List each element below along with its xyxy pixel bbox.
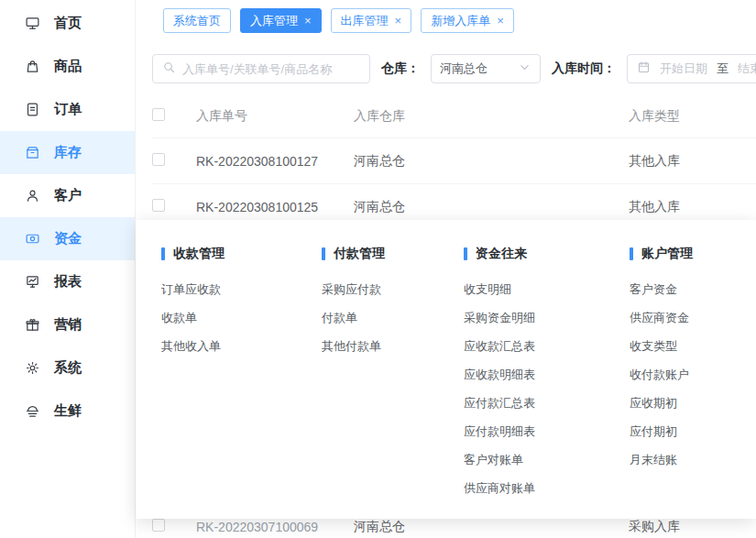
tab-system-home[interactable]: 系统首页 [163, 8, 231, 33]
tab-label: 入库管理 [250, 13, 298, 29]
app-window: 首页 商品 订单 库存 客户 资金 报表 营销 [0, 0, 756, 538]
section-marker-icon [630, 247, 633, 260]
sidebar-item-customers[interactable]: 客户 [0, 174, 135, 217]
menu-item[interactable]: 供应商资金 [630, 303, 756, 332]
menu-item[interactable]: 应付款汇总表 [464, 389, 630, 417]
menu-section-title: 收款管理 [161, 246, 322, 262]
order-no-cell: RK-20220308100125 [196, 200, 354, 214]
warehouse-cell: 河南总仓 [354, 153, 629, 170]
tab-outbound-management[interactable]: 出库管理 × [331, 8, 412, 33]
section-marker-icon [464, 247, 467, 260]
sidebar-item-label: 生鲜 [54, 402, 82, 420]
menu-item[interactable]: 收款单 [161, 303, 322, 332]
end-date-placeholder[interactable]: 结束日期 [738, 60, 756, 77]
menu-section-title: 账户管理 [630, 246, 756, 262]
warehouse-cell: 河南总仓 [354, 519, 629, 535]
menu-item[interactable]: 其他付款单 [322, 332, 464, 360]
sidebar-item-label: 首页 [54, 15, 82, 32]
sidebar: 首页 商品 订单 库存 客户 资金 报表 营销 [0, 0, 136, 538]
table-row[interactable]: RK-20220308100127 河南总仓 其他入库 [152, 138, 756, 184]
menu-item[interactable]: 应付款明细表 [464, 417, 630, 445]
calendar-icon [637, 60, 651, 77]
bag-icon [24, 59, 40, 75]
sidebar-item-label: 库存 [54, 144, 82, 161]
date-range-picker[interactable]: 开始日期 至 结束日期 [627, 54, 756, 83]
chart-icon [24, 274, 40, 291]
sidebar-item-home[interactable]: 首页 [0, 2, 135, 45]
inbound-time-label: 入库时间： [552, 60, 616, 77]
document-icon [24, 102, 40, 118]
menu-item[interactable]: 月末结账 [630, 445, 756, 474]
tab-label: 系统首页 [173, 13, 221, 29]
menu-section-title: 付款管理 [322, 246, 464, 262]
sidebar-item-inventory[interactable]: 库存 [0, 131, 135, 174]
start-date-placeholder[interactable]: 开始日期 [660, 60, 707, 77]
menu-item[interactable]: 付款单 [322, 303, 464, 332]
menu-item[interactable]: 采购应付款 [322, 275, 464, 303]
menu-item[interactable]: 供应商对账单 [464, 474, 630, 502]
sidebar-item-label: 营销 [54, 316, 82, 334]
search-input[interactable] [152, 54, 370, 83]
filter-bar: 仓库： 河南总仓 入库时间： 开始日期 至 结束日期 [136, 41, 756, 94]
warehouse-select-value: 河南总仓 [440, 60, 488, 77]
menu-item[interactable]: 应收款明细表 [464, 360, 630, 389]
tab-label: 新增入库单 [431, 13, 490, 29]
sidebar-item-marketing[interactable]: 营销 [0, 303, 135, 346]
sidebar-item-goods[interactable]: 商品 [0, 45, 135, 88]
main-content: 系统首页 入库管理 × 出库管理 × 新增入库单 × 仓库： 河南总 [136, 0, 756, 538]
sidebar-item-label: 资金 [54, 230, 82, 247]
sidebar-item-system[interactable]: 系统 [0, 346, 135, 390]
inbound-orders-table: 入库单号 入库仓库 入库类型 RK-20220308100127 河南总仓 其他… [152, 94, 756, 230]
tab-new-inbound-order[interactable]: 新增入库单 × [421, 8, 514, 33]
menu-item[interactable]: 收支类型 [630, 332, 756, 360]
row-checkbox[interactable] [152, 153, 165, 166]
person-icon [24, 188, 40, 204]
warehouse-label: 仓库： [381, 60, 420, 77]
menu-item[interactable]: 应付期初 [630, 417, 756, 445]
row-checkbox[interactable] [152, 199, 165, 212]
menu-column-payments: 付款管理 采购应付款 付款单 其他付款单 [322, 246, 464, 519]
select-all-checkbox[interactable] [152, 108, 165, 121]
tab-label: 出库管理 [341, 13, 389, 29]
sidebar-item-label: 商品 [54, 58, 82, 75]
menu-item[interactable]: 客户资金 [630, 275, 756, 303]
sidebar-item-orders[interactable]: 订单 [0, 88, 135, 131]
order-no-cell: RK-20220308100127 [196, 154, 354, 169]
column-header-warehouse: 入库仓库 [354, 108, 629, 125]
menu-item[interactable]: 应收款汇总表 [464, 332, 630, 360]
sidebar-item-label: 报表 [54, 273, 82, 291]
menu-column-account-management: 账户管理 客户资金 供应商资金 收支类型 收付款账户 应收期初 应付期初 月末结… [630, 246, 756, 519]
warehouse-cell: 河南总仓 [354, 199, 629, 215]
menu-item[interactable]: 采购资金明细 [464, 303, 630, 332]
home-icon [24, 16, 40, 32]
range-separator: 至 [717, 60, 729, 77]
menu-item[interactable]: 收支明细 [464, 275, 630, 303]
tab-bar: 系统首页 入库管理 × 出库管理 × 新增入库单 × [136, 0, 756, 41]
sidebar-item-reports[interactable]: 报表 [0, 260, 135, 303]
menu-item[interactable]: 客户对账单 [464, 445, 630, 474]
money-icon [24, 231, 40, 247]
sidebar-item-funds[interactable]: 资金 [0, 217, 135, 260]
menu-item[interactable]: 其他收入单 [161, 332, 322, 360]
section-marker-icon [161, 247, 165, 260]
menu-item[interactable]: 订单应收款 [161, 275, 322, 303]
type-cell: 其他入库 [629, 199, 756, 215]
warehouse-select[interactable]: 河南总仓 [431, 54, 541, 83]
menu-column-receipts: 收款管理 订单应收款 收款单 其他收入单 [161, 246, 322, 519]
menu-item[interactable]: 应收期初 [630, 389, 756, 417]
sidebar-item-fresh[interactable]: 生鲜 [0, 390, 135, 433]
gear-icon [24, 360, 40, 377]
type-cell: 采购入库 [629, 519, 752, 535]
search-field[interactable] [182, 62, 360, 76]
sidebar-item-label: 客户 [54, 187, 82, 204]
sidebar-item-label: 系统 [54, 359, 82, 377]
box-icon [24, 145, 40, 161]
menu-column-fund-transactions: 资金往来 收支明细 采购资金明细 应收款汇总表 应收款明细表 应付款汇总表 应付… [464, 246, 630, 519]
tab-inbound-management[interactable]: 入库管理 × [240, 8, 322, 33]
close-icon[interactable]: × [497, 15, 504, 27]
close-icon[interactable]: × [304, 15, 312, 27]
column-header-order-no: 入库单号 [196, 108, 354, 125]
row-checkbox[interactable] [152, 519, 165, 532]
close-icon[interactable]: × [395, 15, 402, 27]
menu-item[interactable]: 收付款账户 [630, 360, 756, 389]
